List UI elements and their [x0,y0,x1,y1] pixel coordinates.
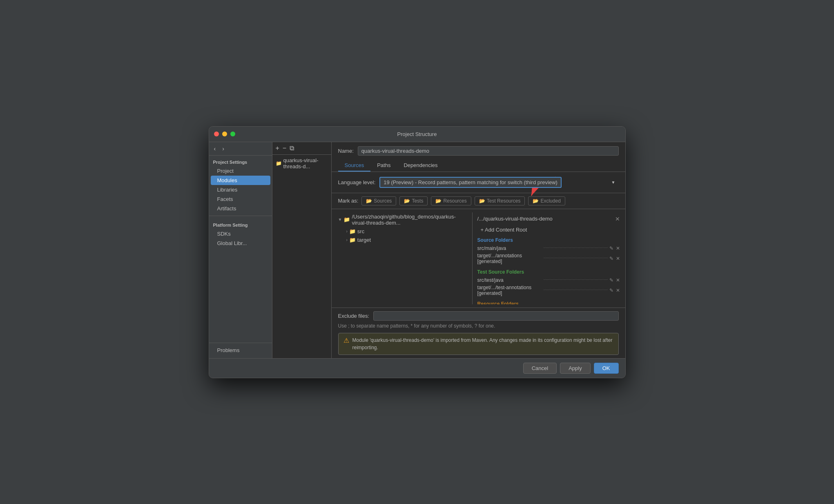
folders-panel-header: /.../quarkus-virual-threads-demo ✕ [477,216,620,222]
sidebar-divider [209,216,272,216]
file-tree: ▼ 📁 /Users/zhaoqin/github/blog_demos/qua… [332,212,473,304]
module-folder-icon: 📁 [276,161,282,166]
window-title: Project Structure [397,131,437,137]
mark-sources-button[interactable]: 📂 Sources [361,196,396,205]
sidebar-item-libraries[interactable]: Libraries [209,185,272,194]
root-folder-icon: 📁 [343,216,350,223]
sidebar-item-artifacts[interactable]: Artifacts [209,204,272,213]
exclude-files-input[interactable] [373,311,618,321]
root-path: /Users/zhaoqin/github/blog_demos/quarkus… [352,214,465,226]
tests-folder-icon: 📂 [404,198,410,204]
sidebar-item-modules[interactable]: Modules [211,176,270,185]
sidebar-item-project[interactable]: Project [209,166,272,176]
mark-test-resources-button[interactable]: 📂 Test Resources [475,196,525,205]
remove-test-source-0-button[interactable]: ✕ [616,277,620,283]
ok-button[interactable]: OK [594,363,619,374]
exclude-hint: Use ; to separate name patterns, * for a… [338,323,619,330]
tree-item-src[interactable]: › 📁 src [335,227,469,236]
platform-settings-label: Platform Setting [209,219,272,229]
tree-root[interactable]: ▼ 📁 /Users/zhaoqin/github/blog_demos/qua… [335,212,469,227]
language-level-row: Language level: 19 (Preview) - Record pa… [332,172,625,193]
forward-arrow[interactable]: › [221,145,226,153]
edit-source-1-button[interactable]: ✎ [609,256,613,261]
warning-icon: ⚠ [343,337,349,344]
remove-module-icon[interactable]: − [283,145,286,152]
language-level-select[interactable]: 19 (Preview) - Record patterns, pattern … [379,177,562,188]
copy-module-icon[interactable]: ⧉ [290,145,294,152]
source-folder-entry-1: target/.../annotations [generated] ✎ ✕ [477,252,620,265]
name-input[interactable] [358,146,619,156]
sidebar-item-problems[interactable]: Problems [209,346,272,355]
tab-paths[interactable]: Paths [370,160,397,172]
resource-folders-label: Resource Folders [477,301,620,304]
tab-dependencies[interactable]: Dependencies [397,160,444,172]
project-structure-window: Project Structure ‹ › Project Settings P… [209,126,626,378]
tree-item-target[interactable]: › 📁 target [335,236,469,244]
src-folder-icon: 📁 [349,228,356,234]
sidebar-bottom: Problems [209,340,272,358]
sidebar-item-facets[interactable]: Facets [209,194,272,204]
module-toolbar: + − ⧉ [272,142,331,155]
language-level-label: Language level: [338,179,376,185]
remove-source-1-button[interactable]: ✕ [616,256,620,261]
mark-tests-button[interactable]: 📂 Tests [399,196,428,205]
nav-arrows: ‹ › [209,142,272,156]
remove-test-source-1-button[interactable]: ✕ [616,288,620,293]
main-panel: Name: Sources Paths Dependencies [332,142,625,358]
resources-folder-icon: 📂 [435,198,442,204]
content-area: ‹ › Project Settings Project Modules Lib… [209,142,625,358]
back-arrow[interactable]: ‹ [212,145,218,153]
tabs: Sources Paths Dependencies [338,160,619,172]
test-source-folders-label: Test Source Folders [477,269,620,275]
main-content: Language level: 19 (Preview) - Record pa… [332,172,625,358]
edit-test-source-0-button[interactable]: ✎ [609,277,613,283]
exclude-files-label: Exclude files: [338,313,370,319]
src-chevron: › [346,229,348,234]
project-settings-label: Project Settings [209,156,272,166]
close-button[interactable] [214,132,219,136]
bottom-area: Exclude files: Use ; to separate name pa… [332,308,625,358]
sidebar-divider-2 [209,343,272,343]
sidebar-item-global-libraries[interactable]: Global Libr... [209,239,272,248]
source-folders-label: Source Folders [477,237,620,243]
name-row: Name: [338,146,619,156]
excluded-folder-icon: 📂 [533,198,539,204]
tree-area: ▼ 📁 /Users/zhaoqin/github/blog_demos/qua… [332,209,625,308]
maximize-button[interactable] [230,132,235,136]
exclude-row: Exclude files: [338,311,619,321]
add-module-icon[interactable]: + [276,145,279,152]
test-resources-folder-icon: 📂 [479,198,485,204]
source-folder-entry-0: src/main/java ✎ ✕ [477,245,620,252]
test-source-folder-entry-0: src/test/java ✎ ✕ [477,277,620,284]
folders-panel: /.../quarkus-virual-threads-demo ✕ + Add… [473,212,625,304]
edit-source-0-button[interactable]: ✎ [609,245,613,251]
sidebar-item-sdks[interactable]: SDKs [209,229,272,239]
target-chevron: › [346,238,348,242]
mark-as-label: Mark as: [338,198,359,204]
sources-folder-icon: 📂 [366,198,372,204]
traffic-lights [214,132,235,136]
language-level-select-wrapper: 19 (Preview) - Record patterns, pattern … [379,177,618,188]
dialog-footer: Cancel Apply OK [209,358,625,378]
cancel-button[interactable]: Cancel [523,363,557,374]
tab-sources[interactable]: Sources [338,160,371,172]
name-label: Name: [338,148,354,154]
folders-panel-close-button[interactable]: ✕ [615,216,620,222]
warning-row: ⚠ Module 'quarkus-virual-threads-demo' i… [338,333,619,355]
apply-button[interactable]: Apply [560,363,591,374]
mark-as-row: Mark as: 📂 Sources 📂 Tests 📂 Resources [332,193,625,209]
module-item[interactable]: 📁 quarkus-virual-threads-d... [272,155,331,172]
minimize-button[interactable] [222,132,227,136]
module-panel: + − ⧉ 📁 quarkus-virual-threads-d... [272,142,332,358]
mark-resources-button[interactable]: 📂 Resources [431,196,471,205]
remove-source-0-button[interactable]: ✕ [616,245,620,251]
root-chevron-down: ▼ [338,217,342,222]
main-header: Name: Sources Paths Dependencies [332,142,625,172]
mark-excluded-button[interactable]: 📂 Excluded [528,196,565,205]
edit-test-source-1-button[interactable]: ✎ [609,288,613,293]
titlebar: Project Structure [209,127,625,142]
sidebar: ‹ › Project Settings Project Modules Lib… [209,142,272,358]
folders-panel-title: /.../quarkus-virual-threads-demo [477,216,553,222]
add-content-root-button[interactable]: + Add Content Root [477,225,620,234]
target-folder-icon: 📁 [349,237,356,243]
